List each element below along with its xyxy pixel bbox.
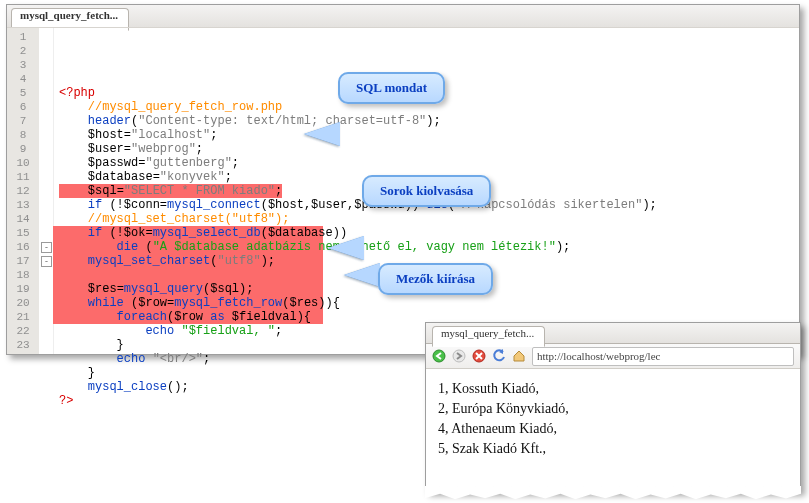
code-line: mysql_close();	[59, 380, 809, 394]
callout-pointer	[304, 122, 340, 146]
callout-sql: SQL mondat	[338, 72, 445, 104]
output-line: 4, Athenaeum Kiadó,	[438, 419, 788, 439]
code-line: die ("A $database adatbázis nem érhető e…	[59, 240, 809, 254]
line-number: 11	[7, 170, 39, 184]
code-line: $passwd="guttenberg";	[59, 156, 809, 170]
callout-cols: Mezők kiírása	[378, 263, 493, 295]
line-number: 22	[7, 324, 39, 338]
line-number: 17	[7, 254, 39, 268]
line-number: 21	[7, 310, 39, 324]
line-number: 20	[7, 296, 39, 310]
code-line: echo "$fieldval, ";	[59, 324, 809, 338]
torn-edge	[425, 486, 801, 500]
code-line: echo "<br/>";	[59, 352, 809, 366]
line-number: 16	[7, 240, 39, 254]
fold-toggle[interactable]: -	[41, 242, 52, 253]
line-number: 12	[7, 184, 39, 198]
line-number: 3	[7, 58, 39, 72]
line-number-gutter: 1234567891011121314151617181920212223	[7, 28, 40, 354]
line-number: 18	[7, 268, 39, 282]
line-number: 7	[7, 114, 39, 128]
code-line: header("Content-type: text/html; charset…	[59, 114, 809, 128]
code-line: }	[59, 338, 809, 352]
line-number: 9	[7, 142, 39, 156]
editor-tabbar: mysql_query_fetch...	[7, 5, 799, 28]
fold-gutter: --	[39, 28, 54, 354]
fold-toggle[interactable]: -	[41, 256, 52, 267]
line-number: 15	[7, 226, 39, 240]
code-line: //mysql_set_charset("utf8");	[59, 212, 809, 226]
line-number: 23	[7, 338, 39, 352]
line-number: 8	[7, 128, 39, 142]
code-line: if (!$ok=mysql_select_db($database))	[59, 226, 809, 240]
code-line: $host="localhost";	[59, 128, 809, 142]
line-number: 19	[7, 282, 39, 296]
line-number: 14	[7, 212, 39, 226]
line-number: 6	[7, 100, 39, 114]
line-number: 10	[7, 156, 39, 170]
line-number: 4	[7, 72, 39, 86]
line-number: 5	[7, 86, 39, 100]
output-line: 5, Szak Kiadó Kft.,	[438, 439, 788, 459]
code-line: }	[59, 366, 809, 380]
callout-pointer	[344, 263, 380, 287]
code-line: foreach($row as $fieldval){	[59, 310, 809, 324]
callout-rows: Sorok kiolvasása	[362, 175, 491, 207]
code-line: $user="webprog";	[59, 142, 809, 156]
line-number: 13	[7, 198, 39, 212]
line-number: 2	[7, 44, 39, 58]
code-line: while ($row=mysql_fetch_row($res)){	[59, 296, 809, 310]
callout-pointer	[328, 236, 364, 260]
code-line: ?>	[59, 394, 809, 408]
line-number: 1	[7, 30, 39, 44]
